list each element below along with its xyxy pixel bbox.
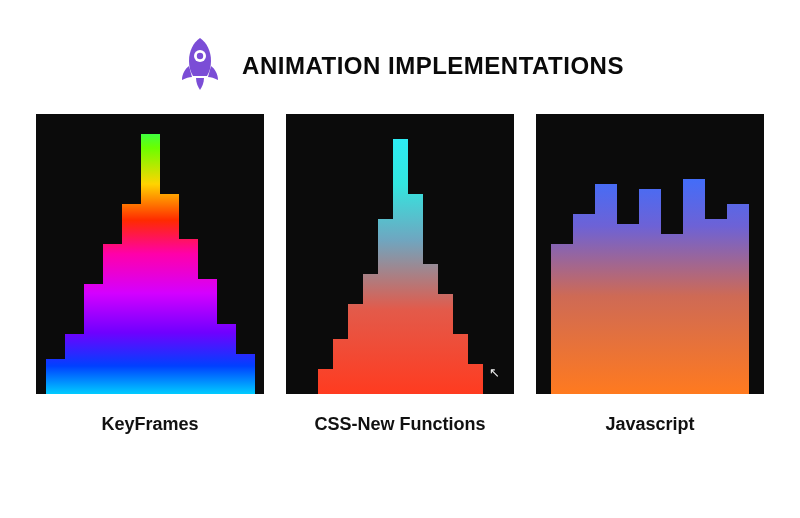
bar — [378, 219, 393, 394]
bar — [84, 284, 103, 394]
bars-container — [536, 114, 764, 394]
bars-container — [36, 114, 264, 394]
bar — [46, 359, 65, 394]
bar — [438, 294, 453, 394]
bar — [179, 239, 198, 394]
cursor-icon: ↖ — [489, 365, 500, 380]
bar — [573, 214, 595, 394]
bar — [141, 134, 160, 394]
panel-keyframes: KeyFrames — [36, 114, 264, 435]
bar — [393, 139, 408, 394]
chart-javascript — [536, 114, 764, 394]
caption-keyframes: KeyFrames — [101, 414, 198, 435]
rocket-icon — [176, 36, 224, 96]
panel-javascript: Javascript — [536, 114, 764, 435]
bar — [727, 204, 749, 394]
bar — [318, 369, 333, 394]
bar — [65, 334, 84, 394]
bar — [348, 304, 363, 394]
bar — [661, 234, 683, 394]
bar — [683, 179, 705, 394]
bar — [103, 244, 122, 394]
bar — [363, 274, 378, 394]
chart-keyframes — [36, 114, 264, 394]
caption-css-new-functions: CSS-New Functions — [314, 414, 485, 435]
bar — [617, 224, 639, 394]
bar — [453, 334, 468, 394]
bar — [468, 364, 483, 394]
bar — [705, 219, 727, 394]
bar — [217, 324, 236, 394]
bar — [160, 194, 179, 394]
panels-row: KeyFrames ↖ CSS-New Functions Javascript — [0, 114, 800, 435]
page-root: ANIMATION IMPLEMENTATIONS KeyFrames ↖ CS… — [0, 0, 800, 518]
header: ANIMATION IMPLEMENTATIONS — [0, 0, 800, 114]
bar — [122, 204, 141, 394]
panel-css-new-functions: ↖ CSS-New Functions — [286, 114, 514, 435]
caption-javascript: Javascript — [605, 414, 694, 435]
bars-container — [286, 114, 514, 394]
bar — [423, 264, 438, 394]
bar — [198, 279, 217, 394]
bar — [595, 184, 617, 394]
chart-css-new-functions: ↖ — [286, 114, 514, 394]
page-title: ANIMATION IMPLEMENTATIONS — [242, 52, 624, 80]
bar — [551, 244, 573, 394]
bar — [639, 189, 661, 394]
bar — [236, 354, 255, 394]
bar — [408, 194, 423, 394]
bar — [333, 339, 348, 394]
svg-point-1 — [197, 53, 203, 59]
